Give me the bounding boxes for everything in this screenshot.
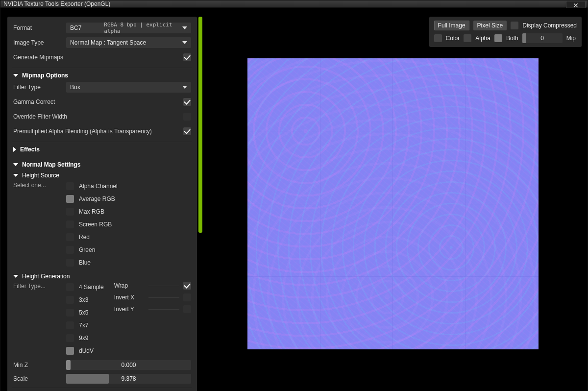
checkbox-icon [66, 321, 74, 329]
checkbox-icon [66, 347, 74, 355]
source-screen-rgb-option[interactable]: Screen RGB [66, 220, 118, 229]
option-label: 4 Sample [79, 284, 104, 291]
normal-map-settings-header[interactable]: Normal Map Settings [13, 159, 191, 170]
invert-y-checkbox[interactable] [183, 305, 191, 313]
source-average-rgb-option[interactable]: Average RGB [66, 195, 118, 203]
override-filter-width-checkbox[interactable] [183, 113, 191, 121]
source-red-option[interactable]: Red [66, 233, 118, 242]
filter-dudv-option[interactable]: dUdV [66, 346, 104, 355]
pixel-size-button[interactable]: Pixel Size [473, 21, 507, 30]
effects-title: Effects [20, 146, 40, 153]
filter-9x9-option[interactable]: 9x9 [66, 334, 104, 342]
chevron-down-icon [13, 275, 18, 278]
height-source-header[interactable]: Height Source [13, 171, 191, 181]
wrap-checkbox[interactable] [183, 282, 191, 290]
checkbox-icon [66, 259, 74, 267]
display-compressed-label: Display Compressed [522, 22, 577, 29]
chevron-down-icon [182, 86, 187, 89]
option-label: Average RGB [79, 196, 115, 202]
full-image-button[interactable]: Full Image [434, 21, 469, 30]
option-label: Max RGB [79, 208, 104, 215]
scale-slider[interactable]: 9.378 [66, 374, 191, 384]
normal-map-settings-title: Normal Map Settings [22, 161, 80, 168]
format-select[interactable]: BC7 RGBA 8 bpp | explicit alpha [66, 23, 191, 33]
panel-scrollbar[interactable] [197, 17, 204, 391]
filter-type-select[interactable]: Box [66, 82, 191, 93]
alpha-checkbox[interactable] [464, 34, 471, 42]
format-label: Format [13, 24, 66, 31]
image-type-value: Normal Map : Tangent Space [70, 39, 146, 46]
image-type-select[interactable]: Normal Map : Tangent Space [66, 37, 191, 48]
checkbox-icon [66, 208, 74, 216]
image-type-label: Image Type [13, 39, 66, 46]
option-label: dUdV [79, 347, 94, 354]
checkbox-icon [66, 246, 74, 254]
checkbox-icon [66, 309, 74, 317]
filter-type-label: Filter Type [13, 84, 66, 91]
mipmap-options-header[interactable]: Mipmap Options [13, 70, 191, 81]
divider [148, 309, 179, 310]
height-generation-header[interactable]: Height Generation [13, 272, 191, 282]
chevron-down-icon [13, 174, 18, 177]
min-z-slider[interactable]: 0.000 [66, 360, 191, 370]
height-source-title: Height Source [22, 172, 59, 179]
display-compressed-checkbox[interactable] [511, 22, 518, 29]
mip-label: Mip [566, 35, 576, 42]
preview-viewport[interactable] [204, 17, 582, 391]
format-value: BC7 [70, 24, 81, 31]
color-label: Color [446, 35, 460, 42]
source-alpha-option[interactable]: Alpha Channel [66, 182, 118, 191]
option-label: 3x3 [79, 296, 88, 303]
divider [148, 286, 179, 286]
scale-label: Scale [13, 375, 66, 382]
option-label: Screen RGB [79, 221, 112, 228]
format-spec: RGBA 8 bpp | explicit alpha [104, 22, 187, 34]
select-one-label: Select one... [13, 181, 66, 267]
checkbox-icon [66, 283, 74, 291]
option-label: 7x7 [79, 322, 88, 329]
effects-header[interactable]: Effects [13, 144, 191, 155]
invert-y-option[interactable]: Invert Y [114, 305, 191, 313]
premul-alpha-checkbox[interactable] [183, 127, 191, 135]
filter-3x3-option[interactable]: 3x3 [66, 295, 104, 304]
window-title: NVIDIA Texture Tools Exporter (OpenGL) [3, 0, 110, 7]
invert-x-option[interactable]: Invert X [114, 293, 191, 301]
chevron-down-icon [13, 74, 18, 77]
height-generation-title: Height Generation [22, 273, 70, 280]
titlebar: NVIDIA Texture Tools Exporter (OpenGL) ✕ [0, 0, 588, 8]
invert-x-checkbox[interactable] [183, 293, 191, 301]
filter-4sample-option[interactable]: 4 Sample [66, 283, 104, 292]
divider [109, 282, 109, 355]
option-label: Red [79, 234, 90, 241]
both-label: Both [506, 35, 518, 42]
mip-slider[interactable]: 0 [522, 33, 563, 43]
source-blue-option[interactable]: Blue [66, 258, 118, 267]
scale-value: 9.378 [121, 375, 136, 382]
chevron-down-icon [13, 163, 18, 166]
alpha-label: Alpha [475, 35, 490, 42]
generate-mipmaps-label: Generate Mipmaps [13, 54, 183, 61]
option-label: Invert X [114, 294, 145, 301]
checkbox-icon [66, 195, 74, 203]
wrap-option[interactable]: Wrap [114, 282, 191, 290]
filter-7x7-option[interactable]: 7x7 [66, 321, 104, 330]
preview-image [247, 58, 539, 349]
filter-5x5-option[interactable]: 5x5 [66, 308, 104, 317]
option-label: Blue [79, 259, 91, 266]
source-max-rgb-option[interactable]: Max RGB [66, 207, 118, 216]
scrollbar-thumb[interactable] [198, 17, 202, 233]
filter-type-prompt: Filter Type... [13, 282, 66, 355]
option-label: 9x9 [79, 335, 88, 342]
source-green-option[interactable]: Green [66, 245, 118, 254]
min-z-label: Min Z [13, 362, 66, 368]
both-checkbox[interactable] [494, 34, 502, 42]
premul-alpha-label: Premultiplied Alpha Blending (Alpha is T… [13, 128, 183, 135]
checkbox-icon [66, 233, 74, 241]
chevron-down-icon [182, 26, 187, 29]
mipmap-options-title: Mipmap Options [22, 72, 68, 79]
gamma-correct-checkbox[interactable] [183, 98, 191, 106]
min-z-value: 0.000 [121, 362, 136, 368]
generate-mipmaps-checkbox[interactable] [183, 53, 191, 61]
chevron-down-icon [182, 41, 187, 44]
color-checkbox[interactable] [434, 34, 442, 42]
